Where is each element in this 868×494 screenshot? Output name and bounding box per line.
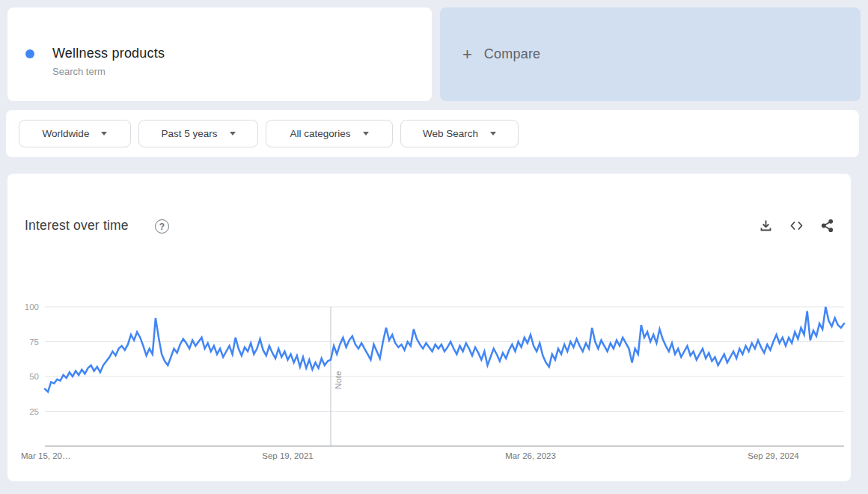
chevron-down-icon (101, 132, 107, 135)
region-filter-label: Worldwide (43, 128, 90, 139)
svg-text:50: 50 (29, 372, 39, 381)
category-filter-dropdown[interactable]: All categories (266, 120, 393, 147)
category-filter-label: All categories (290, 128, 350, 139)
svg-text:Sep 29, 2024: Sep 29, 2024 (748, 451, 799, 460)
time-range-filter-dropdown[interactable]: Past 5 years (138, 120, 258, 147)
chevron-down-icon (230, 132, 236, 135)
region-filter-dropdown[interactable]: Worldwide (19, 120, 131, 147)
chevron-down-icon (490, 132, 496, 135)
chevron-down-icon (363, 132, 369, 135)
svg-text:25: 25 (29, 407, 39, 416)
svg-text:Sep 19, 2021: Sep 19, 2021 (262, 451, 313, 460)
interest-over-time-card: Interest over time ? (7, 174, 851, 481)
search-term-title: Wellness products (52, 46, 165, 61)
search-term-card[interactable]: Wellness products Search term (7, 7, 432, 101)
svg-text:Note: Note (334, 371, 343, 389)
search-term-subtitle: Search term (52, 66, 106, 77)
time-range-filter-label: Past 5 years (161, 128, 217, 139)
compare-label: Compare (484, 46, 540, 62)
interest-over-time-chart[interactable]: 255075100NoteMar 15, 20…Sep 19, 2021Mar … (7, 174, 851, 481)
plus-icon: + (462, 46, 472, 63)
svg-text:75: 75 (29, 338, 39, 347)
series-color-dot (25, 49, 34, 58)
filter-bar: Worldwide Past 5 years All categories We… (6, 110, 859, 157)
compare-card[interactable]: + Compare (440, 7, 861, 101)
svg-text:Mar 26, 2023: Mar 26, 2023 (505, 451, 556, 460)
svg-text:100: 100 (25, 302, 39, 311)
search-type-filter-dropdown[interactable]: Web Search (400, 120, 519, 147)
search-type-filter-label: Web Search (423, 128, 478, 139)
svg-text:Mar 15, 20…: Mar 15, 20… (21, 451, 70, 460)
